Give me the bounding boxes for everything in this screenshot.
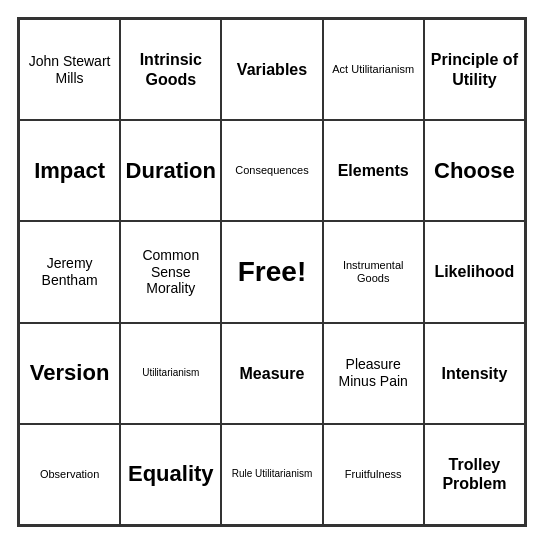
cell-text-r1c4: Choose: [434, 158, 515, 184]
cell-text-r4c1: Equality: [128, 461, 214, 487]
cell-r3c3: Pleasure Minus Pain: [323, 323, 424, 424]
cell-r3c1: Utilitarianism: [120, 323, 221, 424]
cell-r4c1: Equality: [120, 424, 221, 525]
cell-text-r3c0: Version: [30, 360, 109, 386]
cell-text-r2c3: Instrumental Goods: [328, 259, 419, 285]
cell-text-r3c3: Pleasure Minus Pain: [328, 356, 419, 390]
cell-r1c4: Choose: [424, 120, 525, 221]
cell-text-r3c2: Measure: [240, 364, 305, 383]
cell-text-r2c0: Jeremy Bentham: [24, 255, 115, 289]
cell-text-r4c3: Fruitfulness: [345, 468, 402, 481]
cell-r4c0: Observation: [19, 424, 120, 525]
cell-r2c3: Instrumental Goods: [323, 221, 424, 322]
cell-text-r1c3: Elements: [338, 161, 409, 180]
cell-r4c3: Fruitfulness: [323, 424, 424, 525]
cell-text-r1c2: Consequences: [235, 164, 308, 177]
cell-r2c0: Jeremy Bentham: [19, 221, 120, 322]
cell-r0c4: Principle of Utility: [424, 19, 525, 120]
cell-r1c0: Impact: [19, 120, 120, 221]
cell-r2c4: Likelihood: [424, 221, 525, 322]
cell-text-r4c2: Rule Utilitarianism: [232, 468, 313, 480]
cell-r0c3: Act Utilitarianism: [323, 19, 424, 120]
cell-text-r3c4: Intensity: [441, 364, 507, 383]
cell-text-r0c0: John Stewart Mills: [24, 53, 115, 87]
cell-text-r2c1: Common Sense Morality: [125, 247, 216, 297]
cell-text-r0c1: Intrinsic Goods: [125, 50, 216, 88]
cell-text-r3c1: Utilitarianism: [142, 367, 199, 379]
cell-r3c2: Measure: [221, 323, 322, 424]
cell-r4c4: Trolley Problem: [424, 424, 525, 525]
cell-r0c2: Variables: [221, 19, 322, 120]
cell-text-r1c0: Impact: [34, 158, 105, 184]
cell-text-r1c1: Duration: [126, 158, 216, 184]
cell-text-r0c2: Variables: [237, 60, 307, 79]
cell-r3c4: Intensity: [424, 323, 525, 424]
cell-r1c1: Duration: [120, 120, 221, 221]
cell-r1c3: Elements: [323, 120, 424, 221]
cell-text-r4c0: Observation: [40, 468, 99, 481]
cell-text-r0c4: Principle of Utility: [429, 50, 520, 88]
bingo-board: John Stewart MillsIntrinsic GoodsVariabl…: [17, 17, 527, 527]
cell-r3c0: Version: [19, 323, 120, 424]
cell-text-r0c3: Act Utilitarianism: [332, 63, 414, 76]
cell-r2c2: Free!: [221, 221, 322, 322]
cell-text-r2c4: Likelihood: [434, 262, 514, 281]
cell-r1c2: Consequences: [221, 120, 322, 221]
cell-text-r2c2: Free!: [238, 255, 306, 289]
cell-r0c0: John Stewart Mills: [19, 19, 120, 120]
cell-r2c1: Common Sense Morality: [120, 221, 221, 322]
cell-r0c1: Intrinsic Goods: [120, 19, 221, 120]
cell-text-r4c4: Trolley Problem: [429, 455, 520, 493]
cell-r4c2: Rule Utilitarianism: [221, 424, 322, 525]
